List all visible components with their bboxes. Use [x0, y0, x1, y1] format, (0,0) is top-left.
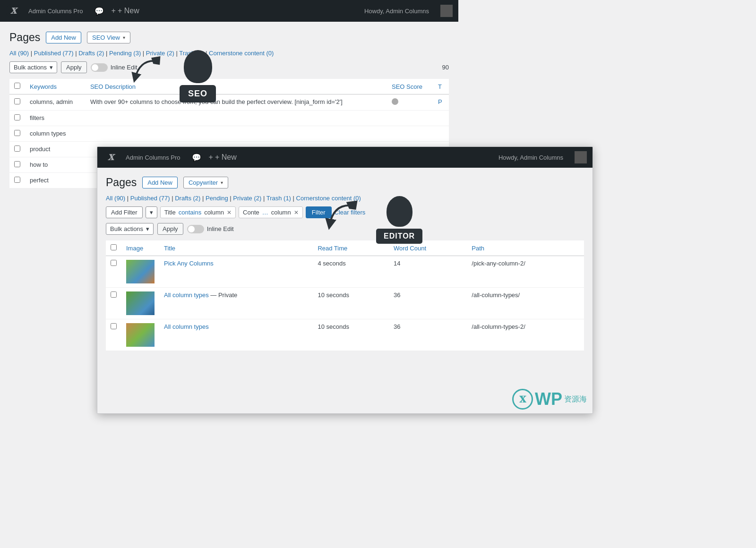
- row-checkbox[interactable]: [14, 161, 20, 167]
- bulk-actions-label-1: Bulk actions: [14, 64, 47, 71]
- new-link-2[interactable]: + + New: [209, 153, 237, 162]
- add-new-button-2[interactable]: Add New: [142, 177, 178, 188]
- filter-pending-1[interactable]: Pending (3): [109, 50, 141, 57]
- inline-edit-toggle-1[interactable]: Inline Edit: [91, 63, 137, 72]
- apply-button-1[interactable]: Apply: [61, 61, 87, 73]
- filter-published-1[interactable]: Published (77): [34, 50, 74, 57]
- view-dropdown-2[interactable]: Copywriter ▾: [183, 177, 228, 188]
- filter-pending-2[interactable]: Pending: [206, 195, 228, 202]
- filter-all-1[interactable]: All (90): [9, 50, 29, 57]
- filter-contains-title: contains: [179, 209, 201, 216]
- new-plus-2: +: [209, 153, 213, 162]
- th-t-1[interactable]: T: [433, 79, 449, 94]
- row-checkbox[interactable]: [14, 177, 20, 183]
- title-link-2[interactable]: All column types: [164, 291, 209, 296]
- cell-seo-score: [387, 111, 433, 126]
- th-path-2[interactable]: Path: [467, 240, 584, 256]
- page-title-1: Pages: [9, 31, 40, 44]
- filter-cornerstone-1[interactable]: Cornerstone content (0): [209, 50, 274, 57]
- filter-close-content[interactable]: ✕: [294, 209, 299, 216]
- select-all-checkbox-2[interactable]: [111, 244, 117, 250]
- row-checkbox[interactable]: [111, 291, 117, 296]
- pages-table-2: Image Title Read Time Word Count Path Pi…: [106, 240, 584, 296]
- filter-value-content: column: [271, 209, 291, 216]
- filter-tag-title: Title contains column ✕: [160, 206, 236, 218]
- cell-seo-desc: With over 90+ columns to choose from, yo…: [86, 94, 387, 111]
- th-read-time-2[interactable]: Read Time: [313, 240, 389, 256]
- filter-trash-2[interactable]: Trash (1): [266, 195, 291, 202]
- view-label-1: SEO View: [92, 34, 120, 41]
- toggle-switch-2[interactable]: [187, 225, 204, 233]
- filter-all-2[interactable]: All (90): [106, 195, 125, 202]
- page-count-1: 90: [442, 64, 449, 71]
- cell-word-count-2: 36: [389, 288, 467, 296]
- new-link-1[interactable]: + + New: [112, 7, 139, 15]
- select-all-checkbox-1[interactable]: [14, 83, 20, 89]
- cell-path-2: /all-column-types/: [467, 288, 584, 296]
- filter-links-1: All (90) | Published (77) | Drafts (2) |…: [9, 50, 449, 57]
- bulk-actions-select-1[interactable]: Bulk actions ▾: [9, 61, 57, 73]
- title-link-1[interactable]: Pick Any Columns: [164, 260, 214, 267]
- filter-value-title: column: [204, 209, 224, 216]
- add-new-button-1[interactable]: Add New: [46, 32, 81, 43]
- filter-private-2[interactable]: Private (2): [233, 195, 261, 202]
- cell-keywords: column types: [25, 126, 86, 142]
- bulk-bar-1: Bulk actions ▾ Apply Inline Edit 90: [9, 61, 449, 73]
- cell-t-link[interactable]: P: [438, 98, 442, 105]
- filter-button[interactable]: Filter: [306, 206, 332, 218]
- th-seo-desc-1[interactable]: SEO Description: [86, 79, 387, 94]
- page-header-1: Pages Add New SEO View ▾: [9, 31, 449, 44]
- apply-button-2[interactable]: Apply: [157, 223, 183, 235]
- row-checkbox[interactable]: [111, 260, 117, 266]
- cell-image-2: [121, 288, 159, 296]
- row-checkbox[interactable]: [14, 130, 20, 136]
- bulk-actions-select-2[interactable]: Bulk actions ▾: [106, 223, 154, 235]
- cell-seo-score: [387, 94, 433, 111]
- filter-links-2: All (90) | Published (77) | Drafts (2) |…: [106, 195, 584, 202]
- filter-published-2[interactable]: Published (77): [130, 195, 170, 202]
- th-seo-score-1[interactable]: SEO Score: [387, 79, 433, 94]
- admin-title-1: Admin Columns Pro: [28, 8, 83, 15]
- seo-score-dot: [392, 98, 398, 105]
- howdy-2: Howdy, Admin Columns: [498, 154, 563, 161]
- table-row: All column types — Private 10 seconds 36…: [106, 288, 584, 296]
- filter-drafts-1[interactable]: Drafts (2): [78, 50, 104, 57]
- cell-keywords: perfect: [25, 173, 86, 188]
- th-keywords-1[interactable]: Keywords: [25, 79, 86, 94]
- filter-private-1[interactable]: Private (2): [146, 50, 174, 57]
- row-checkbox[interactable]: [14, 114, 20, 120]
- wp-logo-1: 𝚾: [6, 3, 21, 18]
- new-label-2: + New: [215, 153, 237, 162]
- page-header-2: Pages Add New Copywriter ▾: [106, 176, 584, 189]
- cell-keywords: product: [25, 142, 86, 157]
- comment-icon-2: 💬: [192, 153, 201, 162]
- toggle-switch-1[interactable]: [91, 63, 108, 72]
- add-filter-button[interactable]: Add Filter: [106, 206, 143, 218]
- bulk-actions-label-2: Bulk actions: [110, 225, 143, 232]
- th-word-count-2[interactable]: Word Count: [389, 240, 467, 256]
- comment-icon-1: 💬: [94, 7, 104, 16]
- filter-prefix-title: Title: [164, 209, 176, 216]
- table-row: Pick Any Columns 4 seconds 14 /pick-any-…: [106, 256, 584, 288]
- table-row: column types: [9, 126, 449, 142]
- inline-edit-label-2: Inline Edit: [207, 225, 234, 232]
- admin-bar-2: 𝚾 Admin Columns Pro 💬 + + New Howdy, Adm…: [97, 147, 593, 168]
- th-image-2[interactable]: Image: [121, 240, 159, 256]
- row-checkbox[interactable]: [14, 98, 20, 104]
- filter-type-dropdown[interactable]: ▾: [146, 206, 157, 218]
- view-label-2: Copywriter: [189, 179, 218, 186]
- filter-drafts-2[interactable]: Drafts (2): [175, 195, 200, 202]
- view-dropdown-1[interactable]: SEO View ▾: [87, 32, 130, 43]
- filter-cornerstone-2[interactable]: Cornerstone content (0): [296, 195, 361, 202]
- filter-trash-1[interactable]: Trash (1): [179, 50, 204, 57]
- inline-edit-toggle-2[interactable]: Inline Edit: [187, 225, 234, 233]
- row-checkbox[interactable]: [14, 146, 20, 152]
- cell-read-time-2: 10 seconds: [313, 288, 389, 296]
- avatar-2: [575, 151, 587, 163]
- cell-keywords: how to: [25, 157, 86, 173]
- th-title-2[interactable]: Title: [159, 240, 313, 256]
- admin-bar-1: 𝚾 Admin Columns Pro 💬 + + New Howdy, Adm…: [0, 0, 458, 22]
- cell-seo-desc: [86, 126, 387, 142]
- clear-filters-link[interactable]: Clear filters: [335, 209, 366, 216]
- filter-close-title[interactable]: ✕: [227, 209, 232, 216]
